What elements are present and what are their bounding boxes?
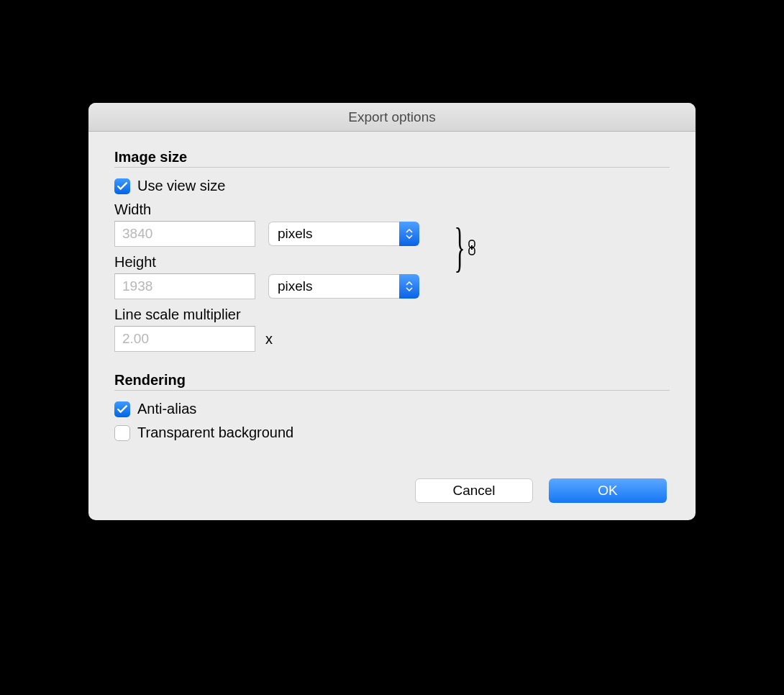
line-scale-input[interactable] — [114, 326, 255, 352]
ok-button[interactable]: OK — [549, 478, 667, 503]
use-view-size-label: Use view size — [137, 178, 225, 194]
anti-alias-label: Anti-alias — [137, 401, 196, 417]
check-icon — [117, 182, 127, 191]
width-input[interactable] — [114, 221, 255, 247]
dimension-fields: } Width pixels Height — [114, 201, 670, 352]
anti-alias-row: Anti-alias — [114, 401, 670, 417]
updown-arrows-icon — [399, 274, 419, 299]
height-row: pixels — [114, 273, 670, 299]
width-row: pixels — [114, 221, 670, 247]
cancel-button[interactable]: Cancel — [415, 478, 533, 503]
check-icon — [117, 405, 127, 414]
line-scale-row: x — [114, 326, 670, 352]
transparent-bg-row: Transparent background — [114, 424, 670, 441]
width-unit-value: pixels — [268, 222, 399, 246]
height-input[interactable] — [114, 273, 255, 299]
transparent-bg-checkbox[interactable] — [114, 425, 130, 441]
height-label: Height — [114, 254, 670, 271]
use-view-size-row: Use view size — [114, 178, 670, 194]
line-scale-suffix: x — [265, 331, 273, 348]
dialog-buttons: Cancel OK — [114, 478, 670, 503]
transparent-bg-label: Transparent background — [137, 424, 293, 441]
anti-alias-checkbox[interactable] — [114, 401, 130, 417]
dialog-titlebar: Export options — [88, 103, 696, 132]
height-unit-value: pixels — [268, 274, 399, 299]
height-unit-select[interactable]: pixels — [268, 274, 419, 299]
rendering-heading: Rendering — [114, 372, 670, 391]
use-view-size-checkbox[interactable] — [114, 178, 130, 194]
width-unit-select[interactable]: pixels — [268, 222, 419, 246]
width-label: Width — [114, 201, 670, 218]
image-size-heading: Image size — [114, 149, 670, 168]
export-options-dialog: Export options Image size Use view size … — [88, 103, 696, 520]
dialog-content: Image size Use view size } Width — [88, 132, 696, 520]
dialog-title: Export options — [348, 109, 435, 125]
line-scale-label: Line scale multiplier — [114, 306, 670, 323]
updown-arrows-icon — [399, 222, 419, 246]
